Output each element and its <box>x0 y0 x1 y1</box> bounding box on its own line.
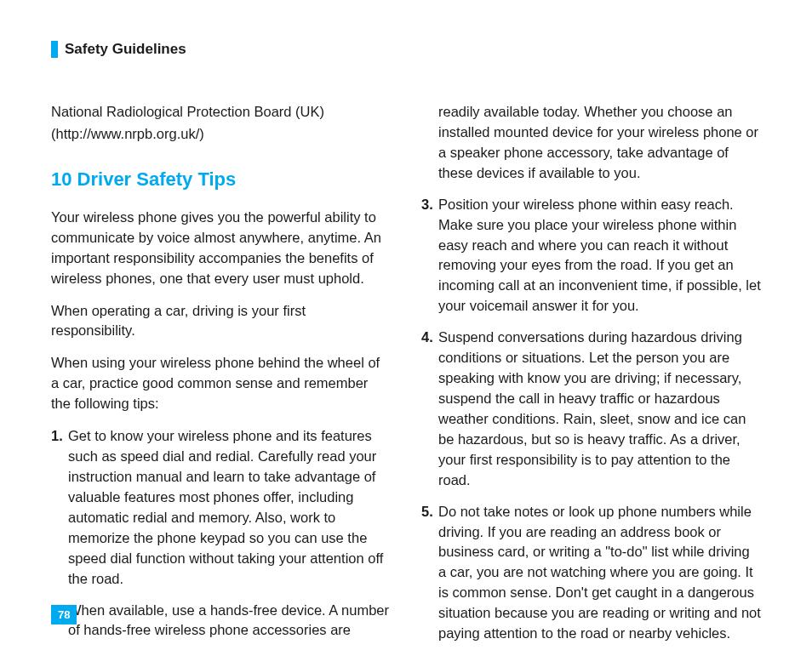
paragraph-1: Your wireless phone gives you the powerf… <box>51 208 391 289</box>
tip-number: 4. <box>421 328 437 490</box>
tip-2-part-a: 2. When available, use a hands-free devi… <box>51 601 391 641</box>
paragraph-3: When using your wireless phone behind th… <box>51 353 391 414</box>
intro-line-1: National Radiological Protection Board (… <box>51 102 391 123</box>
intro-line-2: (http://www.nrpb.org.uk/) <box>51 124 391 145</box>
content-columns: National Radiological Protection Board (… <box>51 102 761 650</box>
intro-block: National Radiological Protection Board (… <box>51 102 391 145</box>
tip-5: 5. Do not take notes or look up phone nu… <box>421 502 761 644</box>
tip-text: Position your wireless phone within easy… <box>438 195 761 317</box>
tip-4: 4. Suspend conversations during hazardou… <box>421 328 761 490</box>
section-heading: 10 Driver Safety Tips <box>51 168 391 191</box>
tip-1: 1. Get to know your wireless phone and i… <box>51 426 391 589</box>
tip-number-spacer <box>421 102 437 184</box>
tip-number: 5. <box>421 502 437 644</box>
tip-number: 1. <box>51 426 66 589</box>
tip-2-part-b: readily available today. Whether you cho… <box>421 102 761 184</box>
tip-text: When available, use a hands-free device.… <box>68 601 391 641</box>
paragraph-2: When operating a car, driving is your fi… <box>51 301 391 342</box>
tip-text: readily available today. Whether you cho… <box>438 102 761 184</box>
page-header: Safety Guidelines <box>51 41 761 58</box>
header-title: Safety Guidelines <box>65 41 186 58</box>
tip-text: Do not take notes or look up phone numbe… <box>438 502 761 644</box>
tip-text: Suspend conversations during hazardous d… <box>438 328 761 490</box>
tip-3: 3. Position your wireless phone within e… <box>421 195 761 317</box>
tip-number: 3. <box>421 195 437 317</box>
tip-text: Get to know your wireless phone and its … <box>68 426 391 589</box>
right-column: readily available today. Whether you cho… <box>421 102 761 650</box>
left-column: National Radiological Protection Board (… <box>51 102 391 650</box>
header-accent-bar <box>51 41 58 58</box>
page-number: 78 <box>51 605 77 624</box>
